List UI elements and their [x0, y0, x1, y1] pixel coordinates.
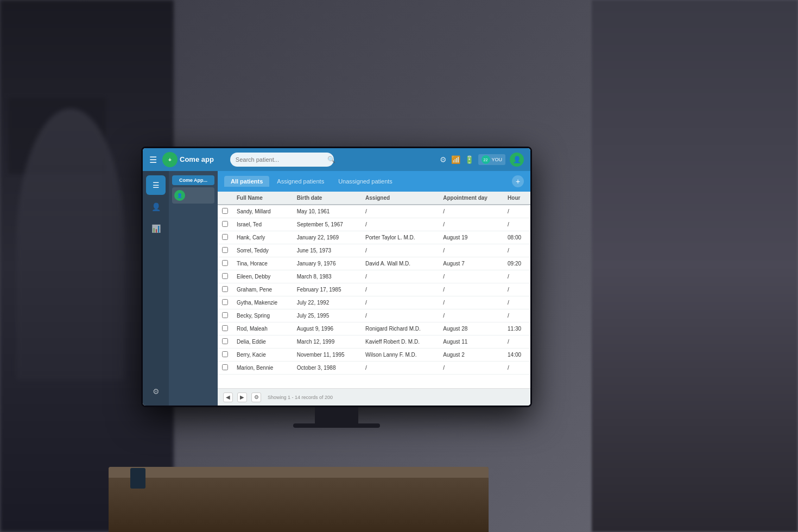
row-checkbox-12[interactable]: [222, 364, 228, 370]
main-layout: ☰ 👤 📊 ⚙ Come App... 👤: [143, 171, 530, 406]
patient-hour: 08:00: [503, 231, 530, 244]
row-checkbox-cell: [218, 270, 232, 283]
patient-name: Gytha, Makenzie: [232, 296, 293, 309]
sidebar-item-home[interactable]: ☰: [146, 175, 166, 195]
row-checkbox-2[interactable]: [222, 234, 228, 240]
table-row[interactable]: Marion, Bennie October 3, 1988 / / /: [218, 362, 530, 375]
patient-birth: March 12, 1999: [293, 335, 361, 349]
table-row[interactable]: Sandy, Millard May 10, 1961 / / /: [218, 205, 530, 218]
main-sidebar: ☰ 👤 📊 ⚙: [143, 171, 169, 406]
row-checkbox-4[interactable]: [222, 260, 228, 266]
table-row[interactable]: Becky, Spring July 25, 1995 / / /: [218, 309, 530, 322]
app-screen: ☰ + Come app 🔍 ⚙ 📶 🔋 22 YOU: [143, 148, 530, 406]
table-row[interactable]: Gytha, Makenzie July 22, 1992 / / /: [218, 296, 530, 309]
hamburger-icon[interactable]: ☰: [149, 155, 157, 165]
patient-hour: /: [503, 335, 530, 349]
row-checkbox-3[interactable]: [222, 247, 228, 253]
search-input[interactable]: [230, 153, 334, 167]
row-checkbox-1[interactable]: [222, 221, 228, 227]
tab-all-patients[interactable]: All patients: [224, 176, 269, 187]
row-checkbox-cell: [218, 257, 232, 270]
table-row[interactable]: Delia, Eddie March 12, 1999 Kavieff Robe…: [218, 335, 530, 349]
table-row[interactable]: Sorrel, Teddy June 15, 1973 / / /: [218, 244, 530, 257]
table-row[interactable]: Berry, Kacie November 11, 1995 Wilson La…: [218, 349, 530, 362]
sub-sidebar-overview[interactable]: 👤: [172, 187, 214, 204]
row-checkbox-5[interactable]: [222, 273, 228, 279]
monitor-frame: ☰ + Come app 🔍 ⚙ 📶 🔋 22 YOU: [141, 147, 532, 407]
patient-assigned: Kavieff Robert D. M.D.: [361, 335, 439, 349]
table-header: Full Name Birth date Assigned Appointmen…: [218, 192, 530, 205]
row-checkbox-6[interactable]: [222, 286, 228, 292]
patient-birth: January 22, 1969: [293, 231, 361, 244]
table-row[interactable]: Israel, Ted September 5, 1967 / / /: [218, 218, 530, 231]
settings-icon[interactable]: ⚙: [440, 155, 447, 164]
row-checkbox-cell: [218, 322, 232, 335]
patient-hour: /: [503, 296, 530, 309]
table-row[interactable]: Graham, Pene February 17, 1985 / / /: [218, 283, 530, 296]
navbar: ☰ + Come app 🔍 ⚙ 📶 🔋 22 YOU: [143, 148, 530, 171]
sidebar-item-patients[interactable]: 👤: [146, 197, 166, 217]
row-checkbox-8[interactable]: [222, 312, 228, 318]
user-avatar[interactable]: 👤: [510, 153, 524, 167]
patient-assigned: Wilson Lanny F. M.D.: [361, 349, 439, 362]
table-row[interactable]: Rod, Maleah August 9, 1996 Ronigard Rich…: [218, 322, 530, 335]
row-checkbox-0[interactable]: [222, 208, 228, 214]
row-checkbox-cell: [218, 283, 232, 296]
row-checkbox-cell: [218, 244, 232, 257]
row-checkbox-cell: [218, 296, 232, 309]
patient-hour: 14:00: [503, 349, 530, 362]
tab-assigned-patients[interactable]: Assigned patients: [270, 176, 331, 187]
patient-name: Hank, Carly: [232, 231, 293, 244]
col-checkbox: [218, 192, 232, 205]
patient-assigned: /: [361, 244, 439, 257]
patient-hour: /: [503, 270, 530, 283]
cup-body: [130, 468, 145, 489]
monitor-wrapper: ☰ + Come app 🔍 ⚙ 📶 🔋 22 YOU: [141, 147, 532, 429]
next-page-button[interactable]: ▶: [237, 392, 247, 402]
patient-birth: September 5, 1967: [293, 218, 361, 231]
table-row[interactable]: Tina, Horace January 9, 1976 David A. Wa…: [218, 257, 530, 270]
patient-name: Berry, Kacie: [232, 349, 293, 362]
patient-birth: May 10, 1961: [293, 205, 361, 218]
patient-name: Marion, Bennie: [232, 362, 293, 375]
table-row[interactable]: Eileen, Debby March 8, 1983 / / /: [218, 270, 530, 283]
patient-appointment: August 11: [439, 335, 503, 349]
patient-appointment: /: [439, 283, 503, 296]
patient-assigned: /: [361, 270, 439, 283]
row-checkbox-11[interactable]: [222, 351, 228, 357]
sidebar-item-chart[interactable]: 📊: [146, 219, 166, 238]
desk-surface: [109, 467, 489, 478]
app-logo: + Come app: [162, 152, 214, 167]
row-checkbox-10[interactable]: [222, 338, 228, 344]
monitor-stand: [315, 407, 358, 423]
sidebar-item-settings[interactable]: ⚙: [146, 382, 166, 401]
row-checkbox-9[interactable]: [222, 325, 228, 331]
bg-right-panel: [592, 0, 798, 532]
desk: [109, 467, 489, 532]
patient-assigned: Ronigard Richard M.D.: [361, 322, 439, 335]
patient-appointment: /: [439, 362, 503, 375]
records-info: Showing 1 - 14 records of 200: [268, 395, 333, 400]
patient-birth: July 22, 1992: [293, 296, 361, 309]
add-button[interactable]: +: [512, 175, 524, 187]
search-icon: 🔍: [327, 156, 335, 163]
patient-assigned: /: [361, 283, 439, 296]
patient-assigned: /: [361, 205, 439, 218]
sub-sidebar-header: Come App...: [172, 175, 214, 185]
patient-name: Graham, Pene: [232, 283, 293, 296]
notification-dot: 22: [482, 155, 490, 164]
nav-icons: ⚙ 📶 🔋 22 YOU 👤: [440, 153, 524, 167]
patient-assigned: Porter Taylor L. M.D.: [361, 231, 439, 244]
row-checkbox-7[interactable]: [222, 299, 228, 305]
patient-hour: /: [503, 283, 530, 296]
tab-unassigned-patients[interactable]: Unassigned patients: [332, 176, 399, 187]
patient-name: Rod, Maleah: [232, 322, 293, 335]
prev-page-button[interactable]: ◀: [223, 392, 233, 402]
patient-appointment: August 28: [439, 322, 503, 335]
table-settings-button[interactable]: ⚙: [251, 392, 261, 402]
patient-assigned: /: [361, 362, 439, 375]
row-checkbox-cell: [218, 309, 232, 322]
table-row[interactable]: Hank, Carly January 22, 1969 Porter Tayl…: [218, 231, 530, 244]
patient-name: Eileen, Debby: [232, 270, 293, 283]
patient-appointment: /: [439, 270, 503, 283]
